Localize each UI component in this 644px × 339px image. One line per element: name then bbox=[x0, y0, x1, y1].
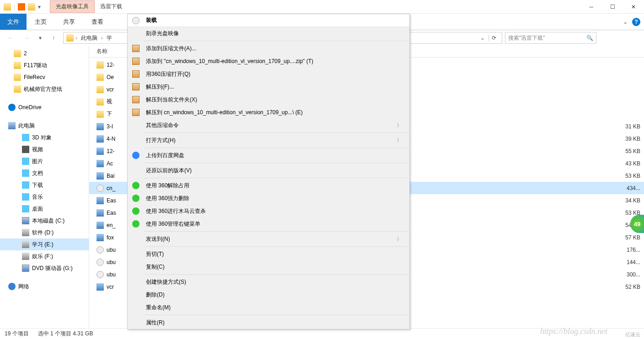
folder-icon bbox=[14, 50, 21, 57]
check-icon bbox=[18, 3, 25, 11]
ribbon-tab-share[interactable]: 共享 bbox=[55, 14, 83, 30]
file-icon bbox=[97, 209, 104, 217]
folder-icon bbox=[22, 193, 29, 201]
file-icon bbox=[97, 283, 104, 291]
folder-open-icon bbox=[28, 3, 35, 11]
menu-item[interactable]: 刻录光盘映像 bbox=[128, 27, 409, 40]
search-icon[interactable]: 🔍 bbox=[586, 35, 593, 41]
sidebar-item[interactable]: OneDrive bbox=[0, 101, 89, 113]
sidebar-item[interactable]: 文档 bbox=[0, 167, 89, 179]
menu-item[interactable]: 使用 360管理右键菜单 bbox=[128, 217, 409, 230]
menu-item[interactable]: 还原以前的版本(V) bbox=[128, 164, 409, 177]
file-name: Oe bbox=[107, 74, 114, 80]
qat: | ▾ bbox=[0, 3, 41, 11]
search-input[interactable]: 搜索"迅雷下载" 🔍 bbox=[505, 32, 596, 44]
up-button[interactable]: ↑ bbox=[47, 32, 60, 44]
qat-dropdown-icon[interactable]: ▾ bbox=[38, 4, 41, 10]
menu-label: 复制(C) bbox=[146, 263, 165, 271]
maximize-button[interactable]: ☐ bbox=[602, 0, 623, 14]
file-name: 4-N bbox=[107, 136, 115, 142]
file-icon bbox=[97, 222, 104, 229]
nav-pane[interactable]: 2F117驱动FileRecv机械师官方壁纸OneDrive此电脑3D 对象视频… bbox=[0, 46, 89, 328]
sidebar-item[interactable]: 音乐 bbox=[0, 191, 89, 203]
close-button[interactable]: ✕ bbox=[623, 0, 644, 14]
folder-icon bbox=[14, 74, 21, 81]
sidebar-item[interactable]: 下载 bbox=[0, 179, 89, 191]
folder-icon bbox=[22, 241, 29, 248]
menu-item[interactable]: 解压到当前文件夹(X) bbox=[128, 93, 409, 106]
menu-item[interactable]: 属性(R) bbox=[128, 316, 409, 329]
sidebar-label: 2 bbox=[24, 50, 27, 57]
menu-item[interactable]: 解压到(F)... bbox=[128, 80, 409, 93]
sidebar-item[interactable]: 2 bbox=[0, 48, 89, 59]
recent-dropdown[interactable]: ▾ bbox=[37, 32, 44, 44]
back-button[interactable]: ← bbox=[4, 32, 17, 44]
sidebar-label: DVD 驱动器 (G:) bbox=[32, 265, 73, 272]
menu-item[interactable]: 创建快捷方式(S) bbox=[128, 275, 409, 288]
menu-item[interactable]: 添加到压缩文件(A)... bbox=[128, 42, 409, 55]
file-name: 12- bbox=[107, 148, 114, 154]
sidebar-label: 下载 bbox=[32, 181, 43, 189]
refresh-icon[interactable]: ⟳ bbox=[488, 35, 499, 41]
menu-item[interactable]: 发送到(N)〉 bbox=[128, 233, 409, 245]
sidebar-item[interactable]: 学习 (E:) bbox=[0, 238, 89, 250]
menu-label: 解压到 cn_windows_10_multi-edition_vl_versi… bbox=[146, 109, 303, 117]
file-tab[interactable]: 文件 bbox=[0, 14, 27, 30]
address-dropdown-icon[interactable]: ⌄ bbox=[480, 35, 485, 41]
sidebar-item[interactable]: 机械师官方壁纸 bbox=[0, 83, 89, 95]
folder-icon bbox=[22, 205, 29, 212]
menu-item[interactable]: 打开方式(H)〉 bbox=[128, 134, 409, 147]
sidebar-item[interactable]: 视频 bbox=[0, 143, 89, 155]
sidebar-item[interactable]: DVD 驱动器 (G:) bbox=[0, 262, 89, 274]
sidebar-label: 网络 bbox=[18, 283, 29, 291]
submenu-arrow-icon: 〉 bbox=[397, 137, 402, 144]
menu-item[interactable]: 使用 360强力删除 bbox=[128, 192, 409, 205]
menu-item[interactable]: 用360压缩打开(Q) bbox=[128, 68, 409, 80]
file-icon bbox=[97, 98, 104, 106]
menu-label: 打开方式(H) bbox=[146, 137, 176, 144]
sidebar-item[interactable]: 娱乐 (F:) bbox=[0, 250, 89, 262]
sidebar-item[interactable]: FileRecv bbox=[0, 71, 89, 83]
forward-button[interactable]: → bbox=[20, 32, 34, 44]
menu-label: 还原以前的版本(V) bbox=[146, 167, 192, 175]
menu-item[interactable]: 添加到 "cn_windows_10_multi-edition_vl_vers… bbox=[128, 55, 409, 68]
sidebar-item[interactable]: 3D 对象 bbox=[0, 132, 89, 143]
ribbon-collapse-icon[interactable]: ⌄ bbox=[623, 19, 628, 25]
crumb-folder[interactable]: 学 bbox=[105, 34, 114, 42]
file-size: 55 KB bbox=[613, 148, 640, 154]
sidebar-item[interactable]: F117驱动 bbox=[0, 59, 89, 71]
sidebar-item[interactable]: 此电脑 bbox=[0, 120, 89, 132]
ribbon-tab-view[interactable]: 查看 bbox=[83, 14, 112, 30]
sidebar-item[interactable]: 图片 bbox=[0, 155, 89, 167]
menu-icon bbox=[132, 58, 140, 65]
contextual-tab-disc[interactable]: 光盘映像工具 bbox=[50, 0, 95, 13]
crumb-pc[interactable]: 此电脑 bbox=[79, 34, 99, 42]
menu-item[interactable]: 剪切(T) bbox=[128, 248, 409, 260]
sidebar-item[interactable]: 本地磁盘 (C:) bbox=[0, 215, 89, 227]
menu-label: 添加到 "cn_windows_10_multi-edition_vl_vers… bbox=[146, 58, 313, 65]
menu-item[interactable]: 删除(D) bbox=[128, 288, 409, 301]
menu-item[interactable]: 解压到 cn_windows_10_multi-edition_vl_versi… bbox=[128, 106, 409, 119]
file-icon bbox=[97, 86, 104, 93]
context-menu: 装载刻录光盘映像添加到压缩文件(A)...添加到 "cn_windows_10_… bbox=[127, 14, 410, 329]
menu-item[interactable]: 装载 bbox=[128, 14, 409, 27]
menu-item[interactable]: 其他压缩命令〉 bbox=[128, 119, 409, 132]
minimize-button[interactable]: ─ bbox=[581, 0, 602, 14]
menu-item[interactable]: 复制(C) bbox=[128, 260, 409, 273]
menu-item[interactable]: 上传到百度网盘 bbox=[128, 149, 409, 162]
menu-item[interactable]: 重命名(M) bbox=[128, 301, 409, 314]
file-name: 3-I bbox=[107, 123, 113, 130]
sidebar-item[interactable]: 软件 (D:) bbox=[0, 227, 89, 238]
help-icon[interactable]: ? bbox=[632, 18, 640, 26]
file-name: fox bbox=[107, 234, 114, 241]
sidebar-item[interactable]: 网络 bbox=[0, 281, 89, 292]
menu-label: 刻录光盘映像 bbox=[146, 30, 179, 37]
file-name: 下 bbox=[107, 110, 112, 118]
sidebar-label: OneDrive bbox=[18, 104, 42, 111]
sidebar-label: FileRecv bbox=[24, 74, 45, 80]
menu-label: 用360压缩打开(Q) bbox=[146, 70, 190, 78]
sidebar-item[interactable]: 桌面 bbox=[0, 203, 89, 215]
menu-item[interactable]: 使用 360解除占用 bbox=[128, 179, 409, 192]
ribbon-tab-home[interactable]: 主页 bbox=[27, 14, 55, 30]
menu-item[interactable]: 使用 360进行木马云查杀 bbox=[128, 205, 409, 217]
